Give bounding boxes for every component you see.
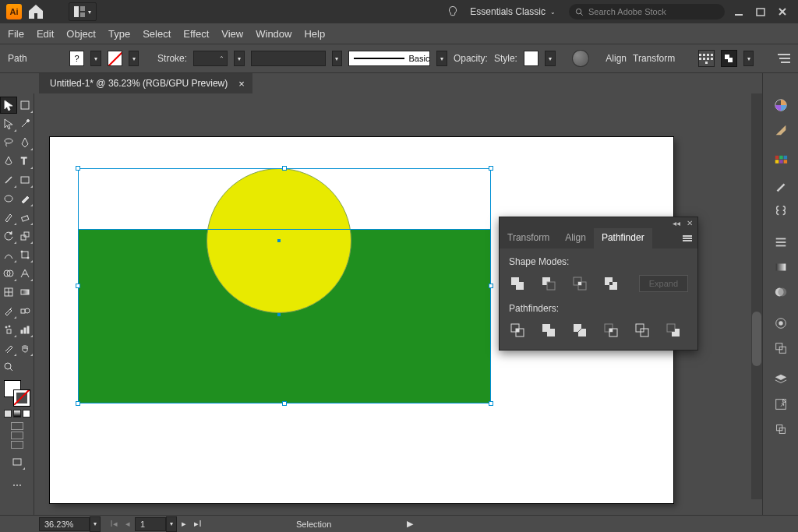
panel-menu-icon[interactable] <box>677 228 697 248</box>
zoom-level-field[interactable]: 36.23% <box>39 517 90 531</box>
blend-tool[interactable] <box>17 302 34 319</box>
free-transform-tool[interactable] <box>17 246 34 263</box>
tab-align[interactable]: Align <box>557 228 594 248</box>
fill-dropdown[interactable]: ▾ <box>90 51 101 66</box>
eraser-tool[interactable] <box>17 209 34 226</box>
swatches-panel-icon[interactable] <box>772 153 789 170</box>
zoom-dropdown[interactable]: ▾ <box>90 516 101 532</box>
stroke-weight-field[interactable]: ⌃ <box>193 51 228 66</box>
selection-handle[interactable] <box>489 401 493 406</box>
graphic-style-swatch[interactable] <box>524 51 538 66</box>
color-mode-icon[interactable] <box>4 410 12 417</box>
color-panel-icon[interactable] <box>772 97 789 114</box>
graphic-style-dropdown[interactable]: ▾ <box>545 51 555 66</box>
menu-effect[interactable]: Effect <box>183 28 209 40</box>
pathfinder-panel[interactable]: ◂◂ ✕ Transform Align Pathfinder Shape Mo… <box>499 217 698 351</box>
slice-tool[interactable] <box>0 340 17 357</box>
tab-transform[interactable]: Transform <box>500 228 557 248</box>
none-mode-icon[interactable] <box>23 410 30 417</box>
curvature-tool[interactable] <box>0 153 17 170</box>
stroke-swatch-dropdown[interactable]: ▾ <box>129 51 139 66</box>
close-button[interactable] <box>776 5 789 18</box>
pathfinder-outline-icon[interactable] <box>634 322 651 339</box>
last-artboard-icon[interactable]: ▸I <box>191 517 205 531</box>
selection-handle[interactable] <box>489 166 493 171</box>
width-tool[interactable] <box>0 246 17 263</box>
direct-selection-tool[interactable] <box>0 115 17 132</box>
zoom-tool[interactable] <box>0 358 17 375</box>
minimize-button[interactable] <box>733 5 745 18</box>
selection-handle[interactable] <box>76 401 80 406</box>
align-to-pixel-grid-icon[interactable] <box>698 50 715 67</box>
isolate-dropdown[interactable]: ▾ <box>743 51 754 66</box>
lasso-tool[interactable] <box>0 134 17 151</box>
type-tool[interactable]: T <box>17 153 34 170</box>
transparency-panel-icon[interactable] <box>772 284 789 301</box>
shape-mode-exclude-icon[interactable] <box>602 275 620 292</box>
artboard-number-field[interactable]: 1 <box>135 517 166 531</box>
variable-width-profile[interactable] <box>251 51 326 66</box>
hand-tool[interactable] <box>17 340 34 357</box>
line-segment-tool[interactable] <box>0 171 17 188</box>
menu-type[interactable]: Type <box>108 28 130 40</box>
column-graph-tool[interactable] <box>17 321 34 338</box>
menu-select[interactable]: Select <box>143 28 171 40</box>
workspace-switcher[interactable]: Essentials Classic ⌄ <box>464 4 561 19</box>
next-artboard-icon[interactable]: ▸ <box>177 517 191 531</box>
selection-handle[interactable] <box>76 284 80 288</box>
rectangle-tool[interactable] <box>17 171 34 188</box>
close-tab-icon[interactable]: × <box>238 78 245 90</box>
first-artboard-icon[interactable]: I◂ <box>107 517 121 531</box>
edit-toolbar-icon[interactable]: ⋯ <box>9 477 26 494</box>
prev-artboard-icon[interactable]: ◂ <box>121 517 135 531</box>
menu-object[interactable]: Object <box>66 28 96 40</box>
ellipse-tool-row[interactable] <box>0 190 17 207</box>
shape-mode-minus-front-icon[interactable] <box>540 275 557 292</box>
arrange-documents-button[interactable]: ▾ <box>69 2 97 21</box>
fill-swatch[interactable]: ? <box>69 51 84 66</box>
vertical-scrollbar[interactable] <box>751 93 762 499</box>
stroke-weight-dropdown[interactable]: ▾ <box>234 51 244 66</box>
perspective-grid-tool[interactable] <box>17 265 34 282</box>
artboard-tool[interactable] <box>17 97 34 114</box>
pen-tool[interactable] <box>17 134 34 151</box>
selection-handle[interactable] <box>76 166 80 171</box>
eyedropper-tool[interactable] <box>0 302 17 319</box>
selection-tool[interactable] <box>0 97 17 114</box>
isolate-selected-object-icon[interactable] <box>721 50 737 67</box>
panel-collapse-icon[interactable]: ◂◂ <box>673 219 680 227</box>
align-panel-link[interactable]: Align <box>606 53 627 64</box>
fill-stroke-indicator[interactable] <box>4 380 30 407</box>
pencil-tool[interactable] <box>0 209 17 226</box>
selection-handle[interactable] <box>489 284 493 288</box>
pathfinder-merge-icon[interactable] <box>571 322 588 339</box>
pathfinder-trim-icon[interactable] <box>540 322 557 339</box>
discover-icon[interactable] <box>441 0 464 23</box>
graphic-styles-panel-icon[interactable] <box>772 340 789 357</box>
status-more-icon[interactable]: ▶ <box>407 519 413 529</box>
stroke-panel-link[interactable]: Stroke: <box>157 53 187 64</box>
pathfinder-minus-back-icon[interactable] <box>665 322 682 339</box>
tab-pathfinder[interactable]: Pathfinder <box>594 228 652 248</box>
variable-width-dropdown[interactable]: ▾ <box>332 51 342 66</box>
paintbrush-tool[interactable] <box>17 190 34 207</box>
control-menu-icon[interactable] <box>774 50 790 67</box>
menu-file[interactable]: File <box>8 28 24 40</box>
menu-edit[interactable]: Edit <box>37 28 54 40</box>
home-icon[interactable] <box>26 2 45 21</box>
menu-help[interactable]: Help <box>304 28 325 40</box>
magic-wand-tool[interactable] <box>17 115 34 132</box>
opacity-link[interactable]: Opacity: <box>454 53 488 64</box>
recolor-artwork-icon[interactable] <box>572 50 588 67</box>
pathfinder-crop-icon[interactable] <box>602 322 620 339</box>
brushes-panel-icon[interactable] <box>772 178 789 195</box>
selection-handle[interactable] <box>282 166 287 171</box>
mesh-tool[interactable] <box>0 284 17 301</box>
screen-mode-icon[interactable] <box>9 453 26 470</box>
stroke-swatch[interactable] <box>108 51 122 66</box>
selection-handle[interactable] <box>282 401 287 406</box>
artboards-panel-icon[interactable] <box>772 421 789 438</box>
scale-tool[interactable] <box>17 227 34 245</box>
rotate-tool[interactable] <box>0 227 17 245</box>
color-guide-panel-icon[interactable] <box>772 122 789 139</box>
